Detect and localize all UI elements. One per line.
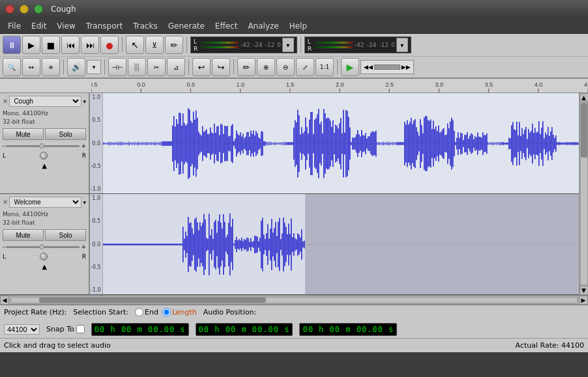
mute-button-welcome[interactable]: Mute: [3, 229, 44, 241]
zoom-out-btn[interactable]: ⊖: [276, 58, 295, 76]
solo-button-welcome[interactable]: Solo: [45, 229, 86, 241]
track-name-dropdown-cough[interactable]: Cough: [9, 96, 81, 107]
scroll-up-btn[interactable]: ▲: [580, 93, 589, 102]
zoom-fit-btn[interactable]: ⤢: [296, 58, 314, 76]
audio-position-display[interactable]: 00 h 00 m 00.00 s: [299, 323, 397, 336]
track-collapse-cough[interactable]: ▲: [42, 162, 47, 169]
waveform-cough[interactable]: 1.0 0.5 0.0 -0.5 -1.0: [90, 93, 579, 193]
stop-button[interactable]: ■: [42, 36, 60, 54]
pan-left-welcome: L: [3, 253, 6, 260]
horizontal-scrollbar[interactable]: ◀ ▶: [0, 295, 588, 304]
volume-dropdown[interactable]: ▾: [87, 60, 101, 74]
gain-knob-cough[interactable]: [39, 143, 44, 148]
scroll-right-btn[interactable]: ▶: [579, 296, 588, 305]
selection-end-display[interactable]: 00 h 00 m 00.00 s: [196, 323, 293, 336]
toolbar-area: ⏸ ▶ ■ ⏮ ⏭ ● ↖ ⊻ ✏ L R -42-24-120 ▾: [0, 34, 588, 79]
minimize-button[interactable]: [20, 5, 29, 14]
audio-position-label: Audio Position:: [203, 308, 256, 316]
scroll-left-btn[interactable]: ◀: [0, 296, 9, 305]
selection-start-section: Selection Start:: [73, 308, 128, 316]
track-menu-cough[interactable]: ▾: [83, 98, 86, 105]
pan-knob-cough[interactable]: [40, 152, 48, 160]
waveform-canvas-cough[interactable]: [103, 93, 579, 193]
scroll-thumb-horizontal: [39, 298, 265, 303]
zoom-reset-btn[interactable]: 1:1: [316, 58, 334, 76]
project-rate-label: Project Rate (Hz):: [4, 308, 66, 316]
track-close-cough[interactable]: ✕: [3, 98, 8, 105]
waveform-welcome[interactable]: 1.0 0.5 0.0 -0.5 -1.0: [90, 194, 579, 294]
selection-start-display[interactable]: 00 h 00 m 00.00 s: [91, 323, 189, 336]
menu-item-tracks[interactable]: Tracks: [128, 20, 163, 32]
window-title: Cough: [51, 5, 76, 14]
track-collapse-welcome[interactable]: ▲: [42, 263, 47, 270]
skip-back-button[interactable]: ⏮: [61, 36, 80, 54]
gain-minus-cough: -: [3, 143, 5, 149]
menu-item-generate[interactable]: Generate: [163, 20, 210, 32]
envelope-tool[interactable]: ⊻: [145, 36, 164, 54]
play-button[interactable]: ▶: [22, 36, 40, 54]
close-button[interactable]: [5, 5, 14, 14]
snap-to-checkbox[interactable]: [76, 325, 85, 333]
bottom-bar: Project Rate (Hz): Selection Start: End …: [0, 304, 588, 338]
end-radio[interactable]: [135, 308, 143, 316]
trim-button[interactable]: ⊣⊢: [108, 58, 126, 76]
track-menu-welcome[interactable]: ▾: [83, 199, 86, 206]
mute-button-cough[interactable]: Mute: [3, 128, 44, 140]
time-shift-tool[interactable]: ↔: [22, 58, 40, 76]
draw-mode[interactable]: ✏: [237, 58, 256, 76]
gain-plus-cough: +: [81, 143, 86, 149]
split-button[interactable]: ⊿: [167, 58, 185, 76]
gain-plus-welcome: +: [81, 244, 86, 250]
gain-knob-welcome[interactable]: [39, 244, 44, 249]
zoom-in-cursor[interactable]: 🔍: [3, 58, 21, 76]
track-cough: ✕ Cough ▾ Mono, 44100Hz 32-bit float Mut…: [0, 93, 579, 194]
volume-tool[interactable]: 🔊: [67, 58, 85, 76]
vu-dropdown-left[interactable]: ▾: [282, 38, 294, 52]
track-name-dropdown-welcome[interactable]: Welcome: [9, 197, 81, 208]
track-close-welcome[interactable]: ✕: [3, 199, 8, 206]
draw-tool[interactable]: ✏: [165, 36, 183, 54]
selection-tool[interactable]: ↖: [126, 36, 144, 54]
pan-knob-welcome[interactable]: [40, 253, 48, 260]
menu-item-help[interactable]: Help: [284, 20, 312, 32]
silence-button[interactable]: ░: [128, 58, 146, 76]
zoom-in-btn[interactable]: ⊕: [257, 58, 275, 76]
titlebar: Cough: [0, 0, 588, 18]
track-header-cough: ✕ Cough ▾: [3, 96, 86, 107]
length-radio-label[interactable]: Length: [162, 308, 197, 316]
scroll-track-horizontal[interactable]: [10, 297, 578, 303]
menu-item-file[interactable]: File: [3, 20, 26, 32]
waveform-scale-cough: 1.0 0.5 0.0 -0.5 -1.0: [90, 93, 103, 193]
end-radio-label[interactable]: End: [135, 308, 158, 316]
track-controls-welcome: ✕ Welcome ▾ Mono, 44100Hz 32-bit float M…: [0, 194, 90, 294]
pause-button[interactable]: ⏸: [3, 36, 21, 54]
vertical-scrollbar[interactable]: ▲ ▼: [579, 93, 588, 295]
scroll-down-btn[interactable]: ▼: [580, 286, 589, 295]
maximize-button[interactable]: [34, 5, 43, 14]
track-mute-solo-cough: Mute Solo: [3, 128, 86, 140]
undo-button[interactable]: ↩: [192, 58, 211, 76]
multi-tool[interactable]: ✳: [42, 58, 60, 76]
menu-item-edit[interactable]: Edit: [26, 20, 51, 32]
length-radio[interactable]: [162, 308, 171, 316]
cut-button[interactable]: ✂: [147, 58, 166, 76]
menu-item-effect[interactable]: Effect: [210, 20, 243, 32]
project-rate-select[interactable]: 44100: [4, 324, 40, 335]
redo-button[interactable]: ↪: [212, 58, 230, 76]
track-gain-welcome: - +: [3, 243, 86, 251]
track-header-welcome: ✕ Welcome ▾: [3, 197, 86, 208]
record-button[interactable]: ●: [100, 36, 119, 54]
solo-button-cough[interactable]: Solo: [45, 128, 86, 140]
vu-dropdown-right[interactable]: ▾: [396, 38, 408, 52]
menu-item-view[interactable]: View: [51, 20, 80, 32]
track-info-welcome: Mono, 44100Hz 32-bit float: [3, 210, 86, 227]
speed-controls: ◀◀ ▶▶: [360, 60, 414, 74]
tracks-and-scrollbar: ✕ Cough ▾ Mono, 44100Hz 32-bit float Mut…: [0, 93, 588, 295]
tracks-area: ✕ Cough ▾ Mono, 44100Hz 32-bit float Mut…: [0, 93, 579, 295]
menu-item-analyze[interactable]: Analyze: [243, 20, 284, 32]
snap-to-area: Snap To: [46, 325, 85, 333]
skip-fwd-button[interactable]: ⏭: [81, 36, 99, 54]
menu-item-transport[interactable]: Transport: [81, 20, 128, 32]
scroll-track-vertical[interactable]: [580, 103, 588, 285]
play-at-speed[interactable]: ▶: [341, 58, 359, 76]
